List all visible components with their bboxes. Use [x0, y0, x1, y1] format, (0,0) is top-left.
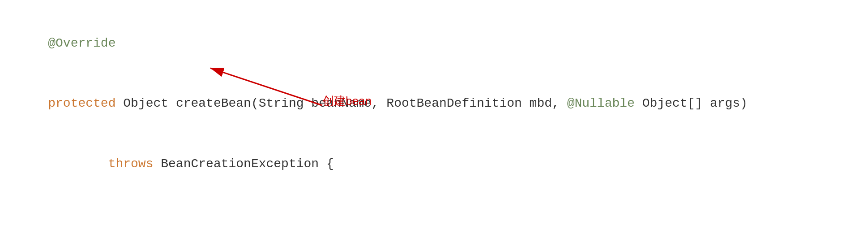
params-part1: (String beanName, RootBeanDefinition mbd…: [251, 96, 567, 110]
throws-keyword: throws: [48, 157, 161, 171]
method-name: createBean: [176, 96, 251, 110]
code-block: 创建bean @Override protected Object create…: [18, 9, 850, 230]
open-brace: {: [319, 157, 334, 171]
return-type: Object: [115, 96, 175, 110]
nullable-annotation: @Nullable: [567, 96, 635, 110]
line-if: if (logger.isTraceEnabled()) {: [18, 214, 850, 230]
annotation-label: 创建bean: [322, 92, 372, 111]
line-method-signature: protected Object createBean(String beanN…: [18, 74, 850, 134]
line-empty1: [18, 194, 850, 214]
params-part2: Object[] args): [635, 96, 748, 110]
line-throws: throws BeanCreationException {: [18, 134, 850, 194]
protected-keyword: protected: [48, 96, 115, 110]
line-override: @Override: [18, 13, 850, 74]
override-annotation: @Override: [48, 36, 115, 50]
exception-type: BeanCreationException: [161, 157, 319, 171]
